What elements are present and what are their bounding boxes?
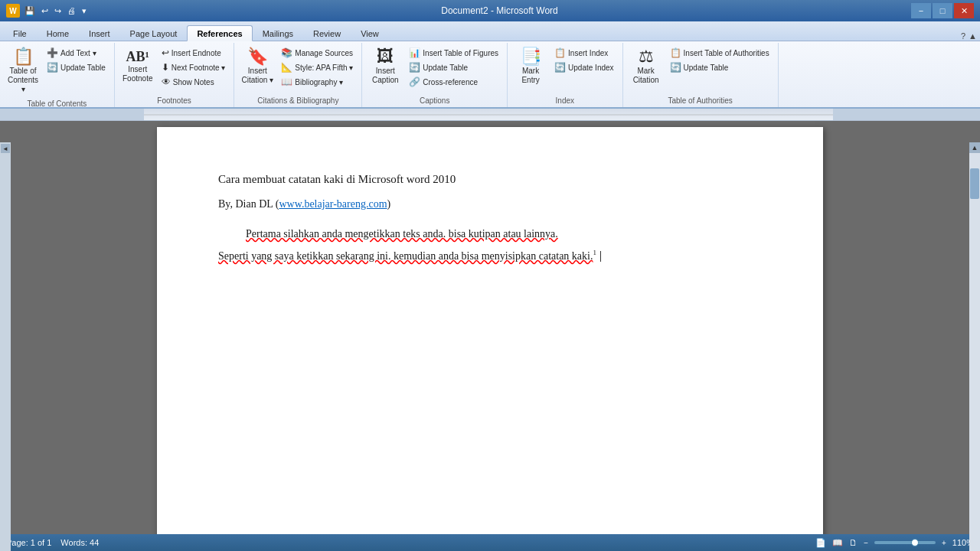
manage-sources-button[interactable]: 📚 Manage Sources — [277, 46, 357, 60]
close-button[interactable]: ✕ — [954, 3, 974, 18]
customize-button[interactable]: ▾ — [80, 5, 88, 18]
window-controls: − □ ✕ — [911, 3, 974, 18]
insert-caption-button[interactable]: 🖼 InsertCaption — [367, 44, 403, 89]
update-table-captions-button[interactable]: 🔄 Update Table — [405, 60, 502, 74]
document-heading: Cara membuat catatan kaki di Microsoft w… — [218, 173, 762, 186]
show-notes-button[interactable]: 👁 Show Notes — [158, 75, 230, 89]
left-navigation: ◄ — [0, 142, 11, 551]
ruler-right-margin — [833, 109, 980, 120]
tab-view[interactable]: View — [351, 25, 389, 41]
ribbon-collapse-button[interactable]: ▲ — [969, 31, 977, 41]
document-body-paragraph: Seperti yang saya ketikkan sekarang ini.… — [218, 248, 762, 264]
add-text-label: Add Text ▾ — [60, 49, 96, 57]
update-authorities-icon: 🔄 — [670, 62, 681, 73]
tab-home[interactable]: Home — [37, 25, 79, 41]
view-layout-button[interactable]: 🗋 — [849, 538, 858, 547]
authorities-small-buttons: 📋 Insert Table of Authorities 🔄 Update T… — [666, 44, 773, 74]
cross-reference-button[interactable]: 🔗 Cross-reference — [405, 75, 502, 89]
tab-references[interactable]: References — [187, 25, 252, 41]
update-captions-icon: 🔄 — [409, 62, 420, 73]
update-index-button[interactable]: 🔄 Update Index — [550, 60, 618, 74]
zoom-thumb — [911, 539, 919, 546]
word-count: Words: 44 — [60, 538, 99, 547]
endnote-icon: ↩ — [162, 47, 169, 58]
maximize-button[interactable]: □ — [933, 3, 952, 18]
group-citations-content: 🔖 InsertCitation ▾ 📚 Manage Sources 📐 St… — [239, 44, 357, 95]
insert-index-label: Insert Index — [568, 49, 608, 57]
view-normal-button[interactable]: 📄 — [815, 538, 826, 548]
title-bar-left: W 💾 ↩ ↪ 🖨 ▾ — [6, 4, 88, 18]
footnote-label: InsertFootnote — [122, 65, 152, 83]
citations-small-buttons: 📚 Manage Sources 📐 Style: APA Fifth ▾ 📖 … — [277, 44, 357, 89]
vertical-scrollbar[interactable]: ▲ ▼ — [969, 142, 980, 551]
group-captions: 🖼 InsertCaption 📊 Insert Table of Figure… — [362, 43, 508, 107]
scroll-up-button[interactable]: ▲ — [969, 142, 980, 153]
zoom-out-button[interactable]: − — [864, 539, 868, 547]
update-table-toc-button[interactable]: 🔄 Update Table — [43, 60, 109, 74]
tab-mailings[interactable]: Mailings — [253, 25, 303, 41]
update-index-icon: 🔄 — [554, 62, 566, 73]
tab-page-layout[interactable]: Page Layout — [120, 25, 188, 41]
page-count: Page: 1 of 1 — [6, 538, 51, 547]
group-index-content: 📑 MarkEntry 📋 Insert Index 🔄 Update Inde… — [512, 44, 618, 95]
update-authorities-button[interactable]: 🔄 Update Table — [666, 60, 773, 74]
tab-insert[interactable]: Insert — [79, 25, 120, 41]
ribbon-help-button[interactable]: ? — [961, 31, 965, 41]
author-suffix: ) — [387, 198, 391, 210]
minimize-button[interactable]: − — [911, 3, 931, 18]
save-button[interactable]: 💾 — [23, 5, 37, 18]
mark-entry-label: MarkEntry — [521, 67, 539, 85]
body-text-wavy: Seperti yang saya ketikkan sekarang ini.… — [218, 250, 593, 262]
insert-authorities-button[interactable]: 📋 Insert Table of Authorities — [666, 46, 773, 60]
document-page[interactable]: Cara membuat catatan kaki di Microsoft w… — [157, 127, 823, 534]
print-button[interactable]: 🖨 — [66, 5, 77, 17]
document-indent-paragraph: Pertama silahkan anda mengetikkan teks a… — [218, 226, 762, 242]
group-footnotes-content: AB¹ InsertFootnote ↩ Insert Endnote ⬇ Ne… — [119, 44, 230, 95]
toc-icon: 📋 — [13, 48, 34, 65]
author-link[interactable]: www.belajar-bareng.com — [279, 198, 387, 210]
zoom-slider[interactable] — [874, 541, 936, 544]
mark-entry-button[interactable]: 📑 MarkEntry — [512, 44, 549, 89]
footnote-superscript: 1 — [593, 249, 596, 256]
scroll-track[interactable] — [969, 153, 980, 551]
table-of-contents-button[interactable]: 📋 Table ofContents ▾ — [5, 44, 41, 98]
group-index-label: Index — [556, 95, 574, 106]
next-footnote-button[interactable]: ⬇ Next Footnote ▾ — [158, 60, 230, 74]
toc-label: Table ofContents ▾ — [7, 67, 39, 94]
add-text-icon: ➕ — [47, 47, 58, 58]
style-select-button[interactable]: 📐 Style: APA Fifth ▾ — [277, 60, 357, 74]
insert-table-figures-button[interactable]: 📊 Insert Table of Figures — [405, 46, 502, 60]
group-citations-label: Citations & Bibliography — [257, 95, 338, 106]
group-authorities-label: Table of Authorities — [668, 95, 733, 106]
status-bar-right: 📄 📖 🗋 − + 110% — [815, 538, 974, 548]
redo-button[interactable]: ↪ — [53, 5, 63, 18]
update-captions-label: Update Table — [423, 64, 468, 72]
footnote-icon: AB¹ — [126, 50, 149, 64]
text-cursor — [600, 251, 601, 262]
cross-ref-icon: 🔗 — [409, 77, 420, 87]
bibliography-button[interactable]: 📖 Bibliography ▾ — [277, 75, 357, 89]
next-footnote-label: Next Footnote ▾ — [172, 64, 226, 72]
zoom-in-button[interactable]: + — [942, 539, 946, 547]
citation-label: InsertCitation ▾ — [242, 67, 274, 85]
undo-button[interactable]: ↩ — [40, 5, 50, 18]
group-toc-content: 📋 Table ofContents ▾ ➕ Add Text ▾ 🔄 Upda… — [5, 44, 109, 98]
tab-review[interactable]: Review — [303, 25, 351, 41]
tab-file[interactable]: File — [3, 25, 37, 41]
insert-citation-button[interactable]: 🔖 InsertCitation ▾ — [239, 44, 276, 89]
left-nav-top-button[interactable]: ◄ — [1, 144, 10, 153]
mark-citation-button[interactable]: ⚖ MarkCitation — [628, 44, 665, 89]
quick-access-toolbar: 💾 ↩ ↪ 🖨 ▾ — [23, 5, 88, 18]
bibliography-icon: 📖 — [281, 77, 292, 87]
insert-endnote-button[interactable]: ↩ Insert Endnote — [158, 46, 230, 60]
add-text-button[interactable]: ➕ Add Text ▾ — [43, 46, 109, 60]
insert-index-icon: 📋 — [554, 47, 566, 58]
authorities-icon: 📋 — [670, 47, 681, 58]
insert-footnote-button[interactable]: AB¹ InsertFootnote — [119, 44, 156, 89]
view-reading-button[interactable]: 📖 — [832, 538, 843, 548]
insert-index-button[interactable]: 📋 Insert Index — [550, 46, 618, 60]
scroll-thumb[interactable] — [970, 168, 979, 199]
update-table-toc-icon: 🔄 — [47, 62, 58, 73]
indent-text-wavy: Pertama silahkan anda mengetikkan teks a… — [246, 228, 558, 240]
group-captions-label: Captions — [420, 95, 449, 106]
